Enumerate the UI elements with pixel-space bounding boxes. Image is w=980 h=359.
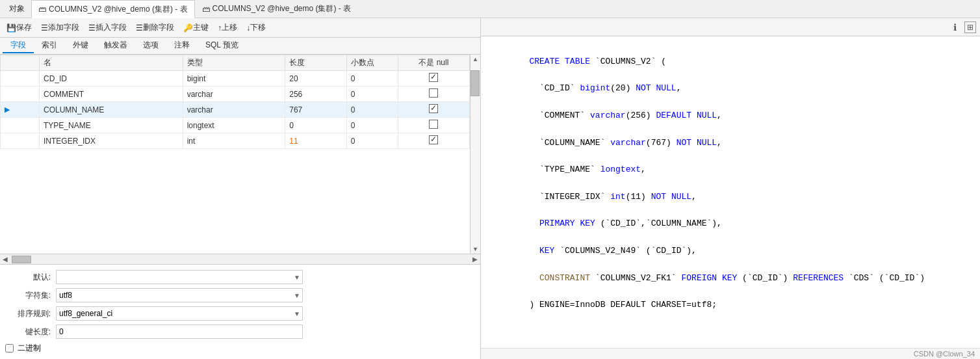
table-row[interactable]: CD_IDbigint200 — [1, 71, 470, 86]
row-field-length[interactable]: 0 — [285, 118, 347, 133]
info-icon[interactable]: ℹ — [949, 21, 961, 33]
row-field-length[interactable]: 20 — [285, 71, 347, 86]
col-header-length: 长度 — [285, 55, 347, 71]
collation-select-wrap: utf8_general_ci ▼ — [56, 306, 303, 321]
move-up-button[interactable]: ↑ 上移 — [214, 21, 241, 34]
tab-trigger[interactable]: 触发器 — [96, 38, 135, 53]
row-indicator — [1, 71, 40, 86]
col-indicator — [1, 55, 40, 71]
tab-foreign-key[interactable]: 外键 — [65, 38, 96, 53]
row-field-length[interactable]: 256 — [285, 86, 347, 102]
h-scroll-thumb[interactable] — [12, 256, 31, 263]
row-field-length[interactable]: 767 — [285, 102, 347, 118]
scroll-up-arrow[interactable]: ▲ — [471, 55, 481, 64]
row-indicator — [1, 118, 40, 133]
tab-comment[interactable]: 注释 — [166, 38, 198, 53]
row-field-decimal[interactable]: 0 — [346, 133, 398, 149]
scroll-down-arrow[interactable]: ▼ — [471, 245, 481, 254]
row-indicator — [1, 86, 40, 102]
primary-key-button[interactable]: 🔑 主键 — [179, 21, 213, 34]
col-header-type: 类型 — [183, 55, 285, 71]
charset-select-wrap: utf8 ▼ — [56, 288, 303, 302]
horizontal-scrollbar[interactable]: ◀ ▶ — [0, 254, 480, 264]
tab1[interactable]: 🗃 COLUMNS_V2 @hive_demo (集群) - 表 — [31, 0, 195, 18]
row-field-decimal[interactable]: 0 — [346, 86, 398, 102]
tab-fields[interactable]: 字段 — [3, 38, 34, 53]
row-field-decimal[interactable]: 0 — [346, 102, 398, 118]
tab2[interactable]: 🗃 COLUMNS_V2 @hive_demo (集群) - 表 — [195, 0, 359, 18]
charset-label: 字符集: — [5, 290, 51, 301]
footer-credit: CSDN @Clown_34 — [914, 350, 975, 358]
scroll-left-arrow[interactable]: ◀ — [0, 254, 10, 265]
default-label: 默认: — [5, 272, 51, 283]
row-field-name[interactable]: COMMENT — [40, 86, 183, 102]
tab1-icon: 🗃 — [38, 5, 46, 14]
key-length-input[interactable] — [56, 325, 303, 339]
grid-icon[interactable]: ⊞ — [964, 21, 976, 33]
scroll-thumb[interactable] — [471, 70, 480, 96]
collation-select[interactable]: utf8_general_ci — [56, 306, 303, 321]
row-field-name[interactable]: TYPE_NAME — [40, 118, 183, 133]
scroll-track — [471, 64, 480, 245]
row-field-type[interactable]: longtext — [183, 118, 285, 133]
tab2-label: COLUMNS_V2 @hive_demo (集群) - 表 — [213, 3, 352, 14]
main-toolbar: 💾 保存 ☰ 添加字段 ☰ 插入字段 ☰ 删除字段 🔑 主键 — [0, 18, 480, 38]
insert-icon: ☰ — [88, 23, 96, 33]
charset-row: 字符集: utf8 ▼ — [5, 288, 475, 302]
row-field-notnull[interactable] — [398, 86, 469, 102]
add-icon: ☰ — [41, 23, 48, 33]
collation-label: 排序规则: — [5, 308, 51, 319]
collation-row: 排序规则: utf8_general_ci ▼ — [5, 306, 475, 321]
row-field-type[interactable]: varchar — [183, 86, 285, 102]
row-field-type[interactable]: int — [183, 133, 285, 149]
tab1-label: COLUMNS_V2 @hive_demo (集群) - 表 — [49, 4, 188, 15]
fields-table: 名 类型 长度 小数点 不是 null CD_IDbigint200COMMEN… — [0, 55, 470, 149]
fields-table-container: 名 类型 长度 小数点 不是 null CD_IDbigint200COMMEN… — [0, 55, 470, 254]
row-field-type[interactable]: bigint — [183, 71, 285, 86]
row-field-type[interactable]: varchar — [183, 102, 285, 118]
vertical-scrollbar[interactable]: ▲ ▼ — [470, 55, 480, 254]
row-field-decimal[interactable]: 0 — [346, 71, 398, 86]
row-indicator — [1, 133, 40, 149]
tab2-icon: 🗃 — [202, 5, 210, 14]
save-button[interactable]: 💾 保存 — [3, 21, 36, 34]
object-label: 对象 — [3, 3, 31, 14]
row-field-notnull[interactable] — [398, 118, 469, 133]
table-row[interactable]: TYPE_NAMElongtext00 — [1, 118, 470, 133]
row-field-length[interactable]: 11 — [285, 133, 347, 149]
binary-row: 二进制 — [5, 343, 475, 354]
table-row[interactable]: ▶COLUMN_NAMEvarchar7670 — [1, 102, 470, 118]
binary-checkbox[interactable] — [5, 344, 14, 352]
delete-field-button[interactable]: ☰ 删除字段 — [132, 21, 178, 34]
row-field-name[interactable]: CD_ID — [40, 71, 183, 86]
binary-label: 二进制 — [18, 343, 41, 354]
sub-tabs: 字段 索引 外键 触发器 选项 注释 SQL 预览 — [0, 38, 480, 55]
move-down-button[interactable]: ↓ 下移 — [242, 21, 270, 34]
row-indicator: ▶ — [1, 102, 40, 118]
bottom-form: 默认: ▼ 字符集: utf8 ▼ 排序规则: — [0, 264, 480, 359]
sql-editor: CREATE TABLE `COLUMNS_V2` ( `CD_ID` bigi… — [481, 36, 980, 348]
scroll-right-arrow[interactable]: ▶ — [470, 254, 480, 265]
table-row[interactable]: COMMENTvarchar2560 — [1, 86, 470, 102]
default-select-wrap: ▼ — [56, 270, 303, 284]
row-field-name[interactable]: INTEGER_IDX — [40, 133, 183, 149]
row-field-notnull[interactable] — [398, 102, 469, 118]
tab-sql-preview[interactable]: SQL 预览 — [198, 38, 246, 53]
col-header-notnull: 不是 null — [398, 55, 469, 71]
charset-select[interactable]: utf8 — [56, 288, 303, 302]
row-field-name[interactable]: COLUMN_NAME — [40, 102, 183, 118]
col-header-name: 名 — [40, 55, 183, 71]
tab-bar: 对象 🗃 COLUMNS_V2 @hive_demo (集群) - 表 🗃 CO… — [0, 0, 980, 18]
tab-options[interactable]: 选项 — [135, 38, 166, 53]
add-field-button[interactable]: ☰ 添加字段 — [37, 21, 83, 34]
default-select[interactable] — [56, 270, 303, 284]
key-icon: 🔑 — [183, 23, 193, 33]
tab-index[interactable]: 索引 — [34, 38, 65, 53]
save-icon: 💾 — [6, 23, 16, 33]
row-field-notnull[interactable] — [398, 71, 469, 86]
insert-field-button[interactable]: ☰ 插入字段 — [84, 21, 131, 34]
row-field-decimal[interactable]: 0 — [346, 118, 398, 133]
key-length-row: 键长度: — [5, 325, 475, 339]
row-field-notnull[interactable] — [398, 133, 469, 149]
table-row[interactable]: INTEGER_IDXint110 — [1, 133, 470, 149]
